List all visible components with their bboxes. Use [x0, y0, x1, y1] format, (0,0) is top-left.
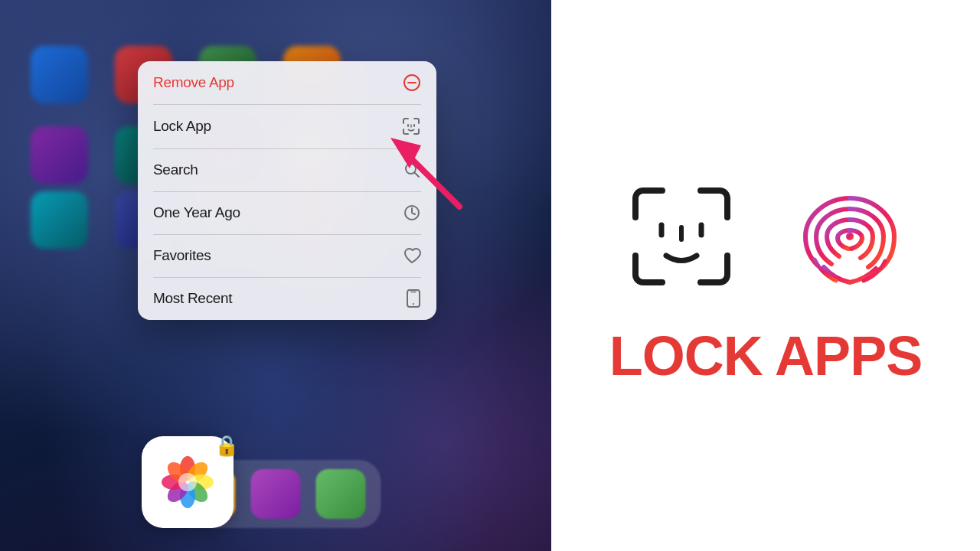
- dock-icon: [316, 469, 366, 519]
- minus-circle-icon: [403, 73, 421, 92]
- menu-item-label-one-year-ago: One Year Ago: [153, 204, 240, 221]
- menu-item-label-lock-app: Lock App: [153, 118, 211, 135]
- app-icon: [31, 191, 88, 249]
- app-icon: [31, 126, 88, 184]
- svg-point-20: [178, 473, 197, 491]
- dock-icon: [251, 469, 301, 519]
- menu-item-label-search: Search: [153, 161, 198, 178]
- arrow-annotation: [368, 130, 490, 207]
- menu-item-remove-app[interactable]: Remove App: [138, 61, 436, 104]
- right-panel: LOCK APPS: [551, 0, 980, 551]
- app-icon: [31, 46, 88, 103]
- heart-icon: [403, 246, 421, 265]
- face-id-large-icon: [612, 168, 750, 305]
- menu-item-most-recent[interactable]: Most Recent: [138, 277, 436, 320]
- lock-badge: 🔒: [214, 434, 239, 458]
- phone-icon: [406, 289, 421, 308]
- svg-point-23: [846, 233, 854, 240]
- icons-row: [612, 168, 919, 305]
- menu-item-label-remove-app: Remove App: [153, 74, 234, 91]
- menu-item-label-favorites: Favorites: [153, 247, 211, 264]
- phone-mockup: Remove App Lock App: [0, 0, 551, 551]
- fingerprint-large-icon: [781, 168, 919, 305]
- svg-line-10: [406, 153, 459, 207]
- menu-item-label-most-recent: Most Recent: [153, 290, 232, 307]
- lock-apps-heading: LOCK APPS: [609, 328, 922, 383]
- menu-item-favorites[interactable]: Favorites: [138, 234, 436, 277]
